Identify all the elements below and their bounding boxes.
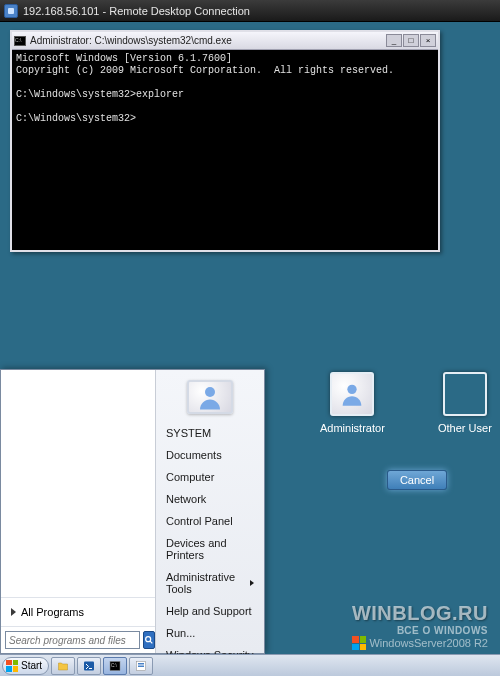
cmd-title-text: Administrator: C:\windows\system32\cmd.e… xyxy=(30,35,386,46)
start-button[interactable]: Start xyxy=(2,657,49,675)
start-item-label: Computer xyxy=(166,471,214,483)
close-button[interactable]: × xyxy=(420,34,436,47)
start-item-documents[interactable]: Documents xyxy=(156,444,264,466)
folder-icon xyxy=(56,660,70,672)
powershell-icon xyxy=(82,660,96,672)
user-icon xyxy=(338,380,366,408)
cmd-titlebar[interactable]: Administrator: C:\windows\system32\cmd.e… xyxy=(12,32,438,50)
start-item-label: Run... xyxy=(166,627,195,639)
svg-point-0 xyxy=(348,385,357,394)
login-label-other-user: Other User xyxy=(438,422,492,434)
svg-rect-4 xyxy=(84,661,94,670)
rdc-icon xyxy=(4,4,18,18)
avatar-other-user xyxy=(443,372,487,416)
login-tile-other-user[interactable]: Other User xyxy=(438,372,492,434)
start-item-help-and-support[interactable]: Help and Support xyxy=(156,600,264,622)
search-icon xyxy=(144,635,154,645)
start-item-label: Devices and Printers xyxy=(166,537,254,561)
avatar-administrator xyxy=(330,372,374,416)
start-search-row xyxy=(1,626,155,653)
chevron-right-icon xyxy=(11,608,16,616)
watermark-brand: WindowsServer2008 R2 xyxy=(352,636,488,650)
search-go-button[interactable] xyxy=(143,631,155,649)
taskbar-item-explorer[interactable] xyxy=(51,657,75,675)
start-item-label: Network xyxy=(166,493,206,505)
start-item-label: Control Panel xyxy=(166,515,233,527)
start-item-devices-and-printers[interactable]: Devices and Printers xyxy=(156,532,264,566)
search-input[interactable] xyxy=(5,631,140,649)
user-icon xyxy=(195,382,225,412)
cmd-icon xyxy=(14,36,26,46)
minimize-button[interactable]: _ xyxy=(386,34,402,47)
watermark: WINBLOG.RU ВСЕ О WINDOWS WindowsServer20… xyxy=(352,602,488,650)
svg-text:C:\: C:\ xyxy=(111,663,118,668)
start-item-label: SYSTEM xyxy=(166,427,211,439)
watermark-line1: WINBLOG.RU xyxy=(352,602,488,625)
start-item-network[interactable]: Network xyxy=(156,488,264,510)
remote-desktop-area: Administrator: C:\windows\system32\cmd.e… xyxy=(0,22,500,676)
start-item-label: Help and Support xyxy=(166,605,252,617)
start-menu-left-pane: All Programs xyxy=(1,370,156,653)
rdc-title-text: 192.168.56.101 - Remote Desktop Connecti… xyxy=(23,5,250,17)
server-manager-icon xyxy=(134,660,148,672)
start-item-computer[interactable]: Computer xyxy=(156,466,264,488)
windows-flag-icon xyxy=(352,636,366,650)
svg-rect-8 xyxy=(138,663,144,665)
cmd-window[interactable]: Administrator: C:\windows\system32\cmd.e… xyxy=(10,30,440,252)
login-tile-administrator[interactable]: Administrator xyxy=(320,372,385,434)
taskbar-item-server-manager[interactable] xyxy=(129,657,153,675)
start-item-label: Administrative Tools xyxy=(166,571,250,595)
start-item-administrative-tools[interactable]: Administrative Tools xyxy=(156,566,264,600)
cancel-button[interactable]: Cancel xyxy=(387,470,447,490)
start-item-run-[interactable]: Run... xyxy=(156,622,264,644)
taskbar: Start C:\ xyxy=(0,654,500,676)
start-menu: All Programs SYSTEMDocumentsComputerNetw… xyxy=(0,369,265,654)
start-user-picture[interactable] xyxy=(187,380,233,414)
maximize-button[interactable]: □ xyxy=(403,34,419,47)
watermark-line2: ВСЕ О WINDOWS xyxy=(352,625,488,636)
start-menu-right-pane: SYSTEMDocumentsComputerNetworkControl Pa… xyxy=(156,370,264,653)
taskbar-item-cmd[interactable]: C:\ xyxy=(103,657,127,675)
svg-line-2 xyxy=(150,641,153,644)
cmd-icon: C:\ xyxy=(108,660,122,672)
login-label-administrator: Administrator xyxy=(320,422,385,434)
svg-point-3 xyxy=(205,387,215,397)
chevron-right-icon xyxy=(250,580,254,586)
start-item-system[interactable]: SYSTEM xyxy=(156,422,264,444)
windows-flag-icon xyxy=(6,660,18,672)
start-item-control-panel[interactable]: Control Panel xyxy=(156,510,264,532)
start-item-label: Documents xyxy=(166,449,222,461)
rdc-titlebar: 192.168.56.101 - Remote Desktop Connecti… xyxy=(0,0,500,22)
taskbar-item-powershell[interactable] xyxy=(77,657,101,675)
svg-rect-9 xyxy=(138,665,144,667)
cmd-output[interactable]: Microsoft Windows [Version 6.1.7600] Cop… xyxy=(12,50,438,250)
all-programs-button[interactable]: All Programs xyxy=(1,597,155,626)
